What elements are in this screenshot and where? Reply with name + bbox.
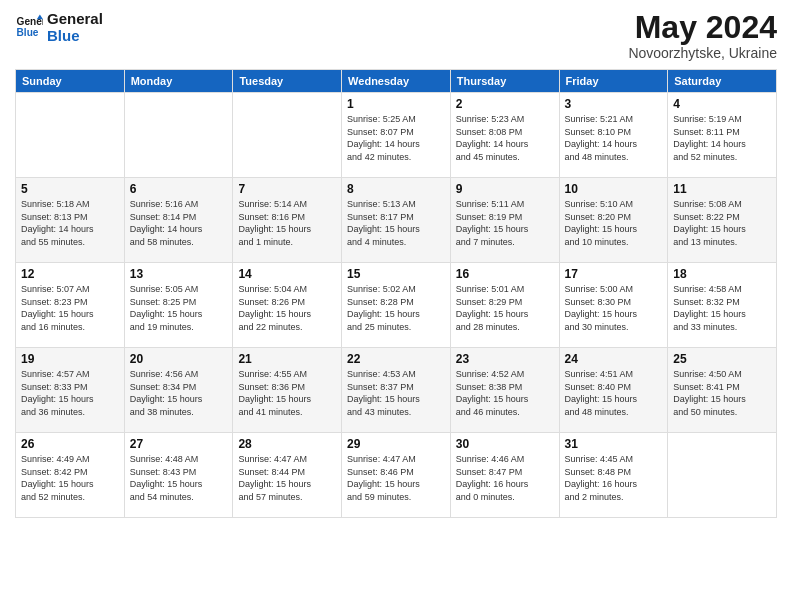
calendar-cell: 30Sunrise: 4:46 AM Sunset: 8:47 PM Dayli… bbox=[450, 433, 559, 518]
calendar-cell: 28Sunrise: 4:47 AM Sunset: 8:44 PM Dayli… bbox=[233, 433, 342, 518]
calendar-cell bbox=[668, 433, 777, 518]
calendar-cell: 29Sunrise: 4:47 AM Sunset: 8:46 PM Dayli… bbox=[342, 433, 451, 518]
calendar-cell: 31Sunrise: 4:45 AM Sunset: 8:48 PM Dayli… bbox=[559, 433, 668, 518]
day-info: Sunrise: 4:58 AM Sunset: 8:32 PM Dayligh… bbox=[673, 283, 771, 333]
day-header-wednesday: Wednesday bbox=[342, 70, 451, 93]
day-number: 6 bbox=[130, 182, 228, 196]
day-number: 18 bbox=[673, 267, 771, 281]
calendar-cell: 10Sunrise: 5:10 AM Sunset: 8:20 PM Dayli… bbox=[559, 178, 668, 263]
calendar-cell: 1Sunrise: 5:25 AM Sunset: 8:07 PM Daylig… bbox=[342, 93, 451, 178]
day-number: 8 bbox=[347, 182, 445, 196]
day-number: 30 bbox=[456, 437, 554, 451]
header: General Blue General Blue May 2024 Novoo… bbox=[15, 10, 777, 61]
day-header-thursday: Thursday bbox=[450, 70, 559, 93]
calendar-cell: 27Sunrise: 4:48 AM Sunset: 8:43 PM Dayli… bbox=[124, 433, 233, 518]
calendar-cell: 15Sunrise: 5:02 AM Sunset: 8:28 PM Dayli… bbox=[342, 263, 451, 348]
calendar-week-3: 12Sunrise: 5:07 AM Sunset: 8:23 PM Dayli… bbox=[16, 263, 777, 348]
day-number: 24 bbox=[565, 352, 663, 366]
day-info: Sunrise: 5:10 AM Sunset: 8:20 PM Dayligh… bbox=[565, 198, 663, 248]
day-number: 15 bbox=[347, 267, 445, 281]
day-number: 2 bbox=[456, 97, 554, 111]
calendar-cell: 5Sunrise: 5:18 AM Sunset: 8:13 PM Daylig… bbox=[16, 178, 125, 263]
day-number: 29 bbox=[347, 437, 445, 451]
day-number: 19 bbox=[21, 352, 119, 366]
day-info: Sunrise: 5:11 AM Sunset: 8:19 PM Dayligh… bbox=[456, 198, 554, 248]
day-info: Sunrise: 4:55 AM Sunset: 8:36 PM Dayligh… bbox=[238, 368, 336, 418]
calendar-week-1: 1Sunrise: 5:25 AM Sunset: 8:07 PM Daylig… bbox=[16, 93, 777, 178]
day-info: Sunrise: 4:47 AM Sunset: 8:44 PM Dayligh… bbox=[238, 453, 336, 503]
day-number: 7 bbox=[238, 182, 336, 196]
calendar-cell: 7Sunrise: 5:14 AM Sunset: 8:16 PM Daylig… bbox=[233, 178, 342, 263]
calendar-cell: 8Sunrise: 5:13 AM Sunset: 8:17 PM Daylig… bbox=[342, 178, 451, 263]
day-header-sunday: Sunday bbox=[16, 70, 125, 93]
day-info: Sunrise: 4:52 AM Sunset: 8:38 PM Dayligh… bbox=[456, 368, 554, 418]
day-info: Sunrise: 5:21 AM Sunset: 8:10 PM Dayligh… bbox=[565, 113, 663, 163]
day-info: Sunrise: 4:53 AM Sunset: 8:37 PM Dayligh… bbox=[347, 368, 445, 418]
calendar-cell bbox=[124, 93, 233, 178]
logo-line2: Blue bbox=[47, 27, 103, 44]
day-info: Sunrise: 5:01 AM Sunset: 8:29 PM Dayligh… bbox=[456, 283, 554, 333]
calendar-cell: 12Sunrise: 5:07 AM Sunset: 8:23 PM Dayli… bbox=[16, 263, 125, 348]
calendar-cell: 13Sunrise: 5:05 AM Sunset: 8:25 PM Dayli… bbox=[124, 263, 233, 348]
day-info: Sunrise: 4:48 AM Sunset: 8:43 PM Dayligh… bbox=[130, 453, 228, 503]
month-title: May 2024 bbox=[628, 10, 777, 45]
day-number: 1 bbox=[347, 97, 445, 111]
day-info: Sunrise: 5:14 AM Sunset: 8:16 PM Dayligh… bbox=[238, 198, 336, 248]
calendar-cell: 24Sunrise: 4:51 AM Sunset: 8:40 PM Dayli… bbox=[559, 348, 668, 433]
day-header-friday: Friday bbox=[559, 70, 668, 93]
day-info: Sunrise: 5:05 AM Sunset: 8:25 PM Dayligh… bbox=[130, 283, 228, 333]
calendar-cell: 2Sunrise: 5:23 AM Sunset: 8:08 PM Daylig… bbox=[450, 93, 559, 178]
calendar-cell: 6Sunrise: 5:16 AM Sunset: 8:14 PM Daylig… bbox=[124, 178, 233, 263]
svg-text:Blue: Blue bbox=[17, 28, 39, 39]
day-number: 26 bbox=[21, 437, 119, 451]
day-header-monday: Monday bbox=[124, 70, 233, 93]
day-info: Sunrise: 5:25 AM Sunset: 8:07 PM Dayligh… bbox=[347, 113, 445, 163]
calendar-cell: 11Sunrise: 5:08 AM Sunset: 8:22 PM Dayli… bbox=[668, 178, 777, 263]
day-number: 23 bbox=[456, 352, 554, 366]
calendar-cell: 4Sunrise: 5:19 AM Sunset: 8:11 PM Daylig… bbox=[668, 93, 777, 178]
day-info: Sunrise: 5:18 AM Sunset: 8:13 PM Dayligh… bbox=[21, 198, 119, 248]
day-number: 3 bbox=[565, 97, 663, 111]
day-info: Sunrise: 4:45 AM Sunset: 8:48 PM Dayligh… bbox=[565, 453, 663, 503]
calendar-cell: 22Sunrise: 4:53 AM Sunset: 8:37 PM Dayli… bbox=[342, 348, 451, 433]
day-info: Sunrise: 4:49 AM Sunset: 8:42 PM Dayligh… bbox=[21, 453, 119, 503]
day-number: 4 bbox=[673, 97, 771, 111]
location-title: Novoorzhytske, Ukraine bbox=[628, 45, 777, 61]
day-number: 27 bbox=[130, 437, 228, 451]
logo-line1: General bbox=[47, 10, 103, 27]
logo-icon: General Blue bbox=[15, 13, 43, 41]
day-info: Sunrise: 5:02 AM Sunset: 8:28 PM Dayligh… bbox=[347, 283, 445, 333]
calendar-week-5: 26Sunrise: 4:49 AM Sunset: 8:42 PM Dayli… bbox=[16, 433, 777, 518]
day-number: 14 bbox=[238, 267, 336, 281]
day-info: Sunrise: 5:07 AM Sunset: 8:23 PM Dayligh… bbox=[21, 283, 119, 333]
day-number: 5 bbox=[21, 182, 119, 196]
day-number: 16 bbox=[456, 267, 554, 281]
day-info: Sunrise: 4:57 AM Sunset: 8:33 PM Dayligh… bbox=[21, 368, 119, 418]
day-number: 22 bbox=[347, 352, 445, 366]
day-number: 28 bbox=[238, 437, 336, 451]
day-info: Sunrise: 5:00 AM Sunset: 8:30 PM Dayligh… bbox=[565, 283, 663, 333]
calendar-cell bbox=[233, 93, 342, 178]
day-number: 17 bbox=[565, 267, 663, 281]
calendar-cell: 9Sunrise: 5:11 AM Sunset: 8:19 PM Daylig… bbox=[450, 178, 559, 263]
day-number: 12 bbox=[21, 267, 119, 281]
page: General Blue General Blue May 2024 Novoo… bbox=[0, 0, 792, 612]
calendar-cell: 25Sunrise: 4:50 AM Sunset: 8:41 PM Dayli… bbox=[668, 348, 777, 433]
calendar-cell: 3Sunrise: 5:21 AM Sunset: 8:10 PM Daylig… bbox=[559, 93, 668, 178]
calendar-cell: 23Sunrise: 4:52 AM Sunset: 8:38 PM Dayli… bbox=[450, 348, 559, 433]
day-number: 21 bbox=[238, 352, 336, 366]
day-number: 20 bbox=[130, 352, 228, 366]
calendar-table: SundayMondayTuesdayWednesdayThursdayFrid… bbox=[15, 69, 777, 518]
calendar-cell: 20Sunrise: 4:56 AM Sunset: 8:34 PM Dayli… bbox=[124, 348, 233, 433]
calendar-header-row: SundayMondayTuesdayWednesdayThursdayFrid… bbox=[16, 70, 777, 93]
calendar-cell: 14Sunrise: 5:04 AM Sunset: 8:26 PM Dayli… bbox=[233, 263, 342, 348]
day-info: Sunrise: 5:08 AM Sunset: 8:22 PM Dayligh… bbox=[673, 198, 771, 248]
calendar-cell: 16Sunrise: 5:01 AM Sunset: 8:29 PM Dayli… bbox=[450, 263, 559, 348]
day-number: 13 bbox=[130, 267, 228, 281]
calendar-cell: 21Sunrise: 4:55 AM Sunset: 8:36 PM Dayli… bbox=[233, 348, 342, 433]
day-info: Sunrise: 5:19 AM Sunset: 8:11 PM Dayligh… bbox=[673, 113, 771, 163]
title-block: May 2024 Novoorzhytske, Ukraine bbox=[628, 10, 777, 61]
logo: General Blue General Blue bbox=[15, 10, 103, 45]
day-info: Sunrise: 5:23 AM Sunset: 8:08 PM Dayligh… bbox=[456, 113, 554, 163]
calendar-week-2: 5Sunrise: 5:18 AM Sunset: 8:13 PM Daylig… bbox=[16, 178, 777, 263]
